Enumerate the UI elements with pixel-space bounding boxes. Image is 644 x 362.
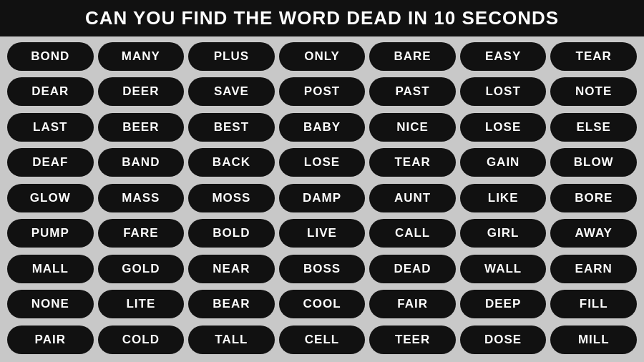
word-pill: MOSS (188, 184, 275, 212)
word-pill: TEAR (369, 148, 456, 177)
word-pill: PLUS (188, 42, 275, 71)
word-pill: PUMP (7, 219, 94, 248)
word-pill: GLOW (7, 184, 94, 212)
word-pill: LOSE (279, 148, 366, 177)
word-pill: LAST (7, 113, 94, 142)
word-pill: DOSE (460, 326, 547, 354)
word-pill: AUNT (369, 184, 456, 212)
word-pill: DEER (98, 77, 185, 106)
word-grid: BONDMANYPLUSONLYBAREEASYTEARDEARDEERSAVE… (0, 36, 644, 362)
word-pill: TEAR (550, 42, 637, 71)
word-pill: CALL (369, 219, 456, 248)
word-pill: DEAR (7, 77, 94, 106)
word-pill: NICE (369, 113, 456, 142)
word-pill: PAIR (7, 326, 94, 354)
word-pill: FARE (98, 219, 185, 248)
title-text: CAN YOU FIND THE WORD DEAD IN 10 SECONDS (85, 7, 559, 29)
word-pill: MANY (98, 42, 185, 71)
word-pill: BOLD (188, 219, 275, 248)
word-pill: EASY (460, 42, 547, 71)
word-pill: BACK (188, 148, 275, 177)
word-pill: DEAF (7, 148, 94, 177)
word-pill: NONE (7, 290, 94, 318)
word-pill: BARE (369, 42, 456, 71)
word-pill: LITE (98, 290, 185, 318)
word-pill: GOLD (98, 255, 185, 283)
word-pill: BEAR (188, 290, 275, 318)
word-pill: BOSS (279, 255, 366, 283)
word-pill: GIRL (460, 219, 547, 248)
word-pill: POST (279, 77, 366, 106)
word-pill: DEAD (369, 255, 456, 283)
word-pill: TEER (369, 326, 456, 354)
word-pill: BABY (279, 113, 366, 142)
word-pill: BLOW (550, 148, 637, 177)
word-pill: DAMP (279, 184, 366, 212)
word-pill: COLD (98, 326, 185, 354)
word-pill: NOTE (550, 77, 637, 106)
word-pill: GAIN (460, 148, 547, 177)
word-pill: LIKE (460, 184, 547, 212)
word-pill: BORE (550, 184, 637, 212)
word-pill: TALL (188, 326, 275, 354)
word-pill: MILL (550, 326, 637, 354)
word-pill: FILL (550, 290, 637, 318)
word-pill: FAIR (369, 290, 456, 318)
word-pill: LOSE (460, 113, 547, 142)
word-pill: PAST (369, 77, 456, 106)
word-pill: WALL (460, 255, 547, 283)
word-pill: LOST (460, 77, 547, 106)
title-bar: CAN YOU FIND THE WORD DEAD IN 10 SECONDS (0, 0, 644, 36)
word-pill: LIVE (279, 219, 366, 248)
word-pill: NEAR (188, 255, 275, 283)
word-pill: ELSE (550, 113, 637, 142)
word-pill: BAND (98, 148, 185, 177)
word-pill: MASS (98, 184, 185, 212)
word-pill: BOND (7, 42, 94, 71)
word-pill: ONLY (279, 42, 366, 71)
word-pill: DEEP (460, 290, 547, 318)
word-pill: CELL (279, 326, 366, 354)
word-pill: AWAY (550, 219, 637, 248)
word-pill: COOL (279, 290, 366, 318)
word-pill: BEER (98, 113, 185, 142)
word-pill: SAVE (188, 77, 275, 106)
word-pill: EARN (550, 255, 637, 283)
word-pill: BEST (188, 113, 275, 142)
word-pill: MALL (7, 255, 94, 283)
